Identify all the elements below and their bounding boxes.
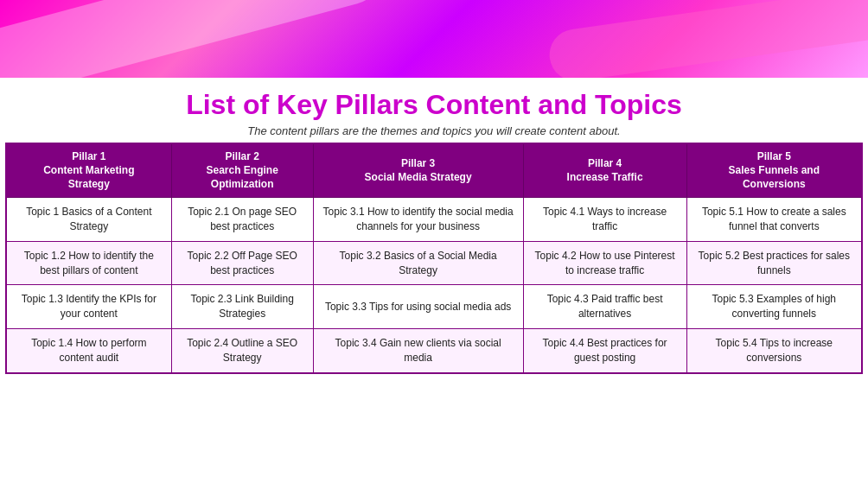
cell-r2-c2: Topic 2.2 Off Page SEO best practices — [171, 241, 313, 285]
table-row: Topic 1.3 Identify the KPIs for your con… — [6, 285, 862, 329]
cell-r4-c4: Topic 4.4 Best practices for guest posti… — [523, 328, 686, 372]
cell-r4-c3: Topic 3.4 Gain new clients via social me… — [313, 328, 523, 372]
table-row: Topic 1.4 How to perform content auditTo… — [6, 328, 862, 372]
header-banner — [0, 0, 868, 78]
column-header-pillar4: Pillar 4Increase Traffic — [523, 143, 686, 197]
cell-r2-c3: Topic 3.2 Basics of a Social Media Strat… — [313, 241, 523, 285]
cell-r1-c2: Topic 2.1 On page SEO best practices — [171, 198, 313, 242]
cell-r3-c2: Topic 2.3 Link Building Strategies — [171, 285, 313, 329]
cell-r2-c1: Topic 1.2 How to identify the best pilla… — [6, 241, 171, 285]
cell-r1-c1: Topic 1 Basics of a Content Strategy — [6, 198, 171, 242]
column-header-pillar1: Pillar 1Content MarketingStrategy — [6, 143, 171, 197]
cell-r4-c5: Topic 5.4 Tips to increase conversions — [686, 328, 862, 372]
column-header-pillar2: Pillar 2Search EngineOptimization — [171, 143, 313, 197]
cell-r2-c4: Topic 4.2 How to use Pinterest to increa… — [523, 241, 686, 285]
cell-r1-c4: Topic 4.1 Ways to increase traffic — [523, 198, 686, 242]
cell-r1-c5: Topic 5.1 How to create a sales funnel t… — [686, 198, 862, 242]
cell-r3-c3: Topic 3.3 Tips for using social media ad… — [313, 285, 523, 329]
column-header-pillar5: Pillar 5Sales Funnels andConversions — [686, 143, 862, 197]
pillars-table: Pillar 1Content MarketingStrategy Pillar… — [5, 143, 863, 373]
cell-r3-c4: Topic 4.3 Paid traffic best alternatives — [523, 285, 686, 329]
table-header-row: Pillar 1Content MarketingStrategy Pillar… — [6, 143, 862, 197]
page-wrapper: List of Key Pillars Content and Topics T… — [0, 0, 868, 379]
cell-r4-c1: Topic 1.4 How to perform content audit — [6, 328, 171, 372]
cell-r2-c5: Topic 5.2 Best practices for sales funne… — [686, 241, 862, 285]
table-row: Topic 1 Basics of a Content StrategyTopi… — [6, 198, 862, 242]
table-container: Pillar 1Content MarketingStrategy Pillar… — [0, 143, 868, 378]
page-subtitle: The content pillars are the themes and t… — [17, 124, 851, 137]
title-section: List of Key Pillars Content and Topics T… — [0, 78, 868, 143]
cell-r4-c2: Topic 2.4 Outline a SEO Strategy — [171, 328, 313, 372]
table-row: Topic 1.2 How to identify the best pilla… — [6, 241, 862, 285]
column-header-pillar3: Pillar 3Social Media Strategy — [313, 143, 523, 197]
page-title: List of Key Pillars Content and Topics — [17, 88, 851, 121]
cell-r3-c1: Topic 1.3 Identify the KPIs for your con… — [6, 285, 171, 329]
cell-r3-c5: Topic 5.3 Examples of high converting fu… — [686, 285, 862, 329]
cell-r1-c3: Topic 3.1 How to identify the social med… — [313, 198, 523, 242]
